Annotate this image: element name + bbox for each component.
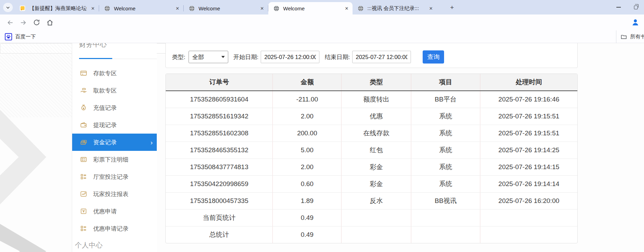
tab-welcome-active[interactable]: Welcome ✕ (268, 2, 353, 14)
sidebar-item-deposit-zone[interactable]: 存款专区 (72, 65, 157, 82)
type-select-value: 全部 (192, 53, 204, 61)
col-amount: 金额 (273, 74, 342, 91)
type-label: 类型: (172, 53, 185, 61)
tab-search-button[interactable] (3, 3, 13, 12)
forward-button[interactable] (19, 18, 27, 27)
globe-icon (357, 4, 364, 12)
table-row-total-summary: 总统计0.49 (166, 226, 577, 243)
section-finance-title: 财务中心 (79, 43, 107, 49)
profile-avatar[interactable] (631, 18, 640, 26)
query-button[interactable]: 查询 (423, 50, 444, 64)
col-order-no: 订单号 (166, 74, 273, 91)
page-content: 财务中心 存款专区 取款专区 (0, 43, 644, 252)
table-row: 17535285516193422.00优惠系统2025-07-26 19:15… (166, 108, 577, 125)
all-bookmarks-label: 所有书签 (630, 33, 644, 40)
chart-report-icon (80, 190, 87, 198)
section-active-underline (79, 58, 112, 59)
browser-window: 【新提醒】海燕策略论坛综合交 ✕ Welcome ✕ Welcome ✕ (0, 0, 644, 252)
end-date-input[interactable] (352, 51, 411, 63)
folder-icon (621, 33, 627, 40)
globe-icon (188, 4, 195, 12)
bookmarks-bar: 百度一下 所有书签 (0, 30, 644, 43)
type-select[interactable]: 全部 (189, 51, 228, 63)
globe-icon (272, 4, 280, 12)
close-icon[interactable]: ✕ (90, 5, 96, 11)
table-row-page-summary: 当前页统计0.49 (166, 209, 577, 226)
all-bookmarks-button[interactable]: 所有书签 (616, 30, 644, 43)
col-process-time: 处理时间 (480, 74, 577, 91)
tab-strip: 【新提醒】海燕策略论坛综合交 ✕ Welcome ✕ Welcome ✕ (0, 0, 644, 14)
table-row: 17535042209986590.60彩金系统2025-07-26 19:14… (166, 175, 577, 192)
start-date-label: 开始日期: (233, 53, 259, 61)
sidebar-item-hall-bet-records[interactable]: 厅室投注记录 (72, 168, 157, 185)
table-row: 17535284653551325.00红包系统2025-07-26 19:14… (166, 142, 577, 158)
chevron-right-icon: › (151, 139, 153, 146)
funds-records-panel: 订单号 金额 类型 项目 处理时间 1753528605931604-211.0… (165, 74, 578, 243)
deposit-card-icon (80, 69, 87, 77)
bookmark-baidu[interactable]: 百度一下 (0, 33, 39, 40)
user-center-sidebar: 财务中心 存款专区 取款专区 (72, 43, 157, 252)
start-date-input[interactable] (261, 51, 319, 63)
sidebar-item-withdraw-zone[interactable]: 取款专区 (72, 82, 157, 99)
tab-forum[interactable]: 【新提醒】海燕策略论坛综合交 ✕ (15, 2, 99, 14)
sidebar-item-player-bet-report[interactable]: 玩家投注报表 (72, 185, 157, 203)
sidebar-item-recharge-records[interactable]: 充值记录 (72, 99, 157, 116)
funds-records-table: 订单号 金额 类型 项目 处理时间 1753528605931604-211.0… (166, 74, 577, 243)
reload-button[interactable] (32, 18, 41, 27)
sidebar-item-lottery-bet-details[interactable]: 彩票下注明细 (72, 151, 157, 168)
tab-title: Welcome (199, 6, 256, 11)
banknotes-icon (80, 138, 87, 146)
forum-yellow-icon (19, 4, 26, 12)
tab-title: 【新提醒】海燕策略论坛综合交 (29, 5, 87, 12)
tab-title: :::视讯 会员下注纪录::: (367, 5, 425, 12)
tab-title: Welcome (114, 6, 171, 11)
section-personal-title: 个人中心 (75, 241, 103, 250)
sidebar-item-withdrawal-records[interactable]: 提现记录 (72, 116, 157, 134)
globe-icon (103, 4, 111, 12)
table-row: 17535084377748132.00彩金系统2025-07-26 19:14… (166, 158, 577, 175)
end-date-label: 结束日期: (325, 53, 350, 61)
list-doc-icon (80, 156, 87, 163)
close-icon[interactable]: ✕ (428, 5, 434, 11)
tab-welcome-1[interactable]: Welcome ✕ (99, 2, 183, 14)
bookmark-label: 百度一下 (15, 33, 36, 40)
back-button[interactable] (6, 18, 14, 27)
tab-title: Welcome (283, 6, 340, 11)
table-row: 17535180004573351.89反水BB视讯2025-07-26 16:… (166, 192, 577, 209)
wallet-icon (80, 121, 87, 129)
table-row: 1753528551602308200.00在线存款系统2025-07-26 1… (166, 125, 577, 142)
table-header-row: 订单号 金额 类型 项目 处理时间 (166, 74, 577, 91)
sidebar-item-promo-application[interactable]: 优惠申请 (72, 203, 157, 220)
browser-toolbar: js13.cc/hhcp/usercenter.html?iniType=6 (0, 14, 644, 30)
list-check-icon (80, 173, 87, 181)
select-arrow-icon (221, 56, 225, 58)
home-button[interactable] (46, 18, 54, 27)
withdraw-hand-icon (80, 87, 87, 94)
chevron-down-icon (6, 6, 10, 10)
close-icon[interactable]: ✕ (344, 5, 350, 11)
window-minimize-button[interactable] (616, 7, 621, 8)
col-project: 项目 (411, 74, 480, 91)
close-icon[interactable]: ✕ (174, 5, 181, 11)
tab-video-records[interactable]: :::视讯 会员下注纪录::: ✕ (353, 2, 437, 14)
sidebar-item-promo-application-records[interactable]: 优惠申请记录 (72, 220, 157, 237)
new-tab-button[interactable]: + (448, 3, 456, 12)
close-icon[interactable]: ✕ (259, 5, 265, 11)
baidu-paw-icon (5, 33, 12, 40)
filter-panel: 类型: 全部 开始日期: 结束日期: 查询 (165, 43, 578, 68)
table-row: 1753528605931604-211.00额度转出BB平台2025-07-2… (166, 91, 577, 108)
sidebar-item-funds-records[interactable]: 资金记录 › (72, 134, 157, 151)
window-restore-button[interactable] (634, 6, 638, 9)
money-bag-icon (80, 104, 87, 112)
list-records-icon (80, 225, 87, 232)
tab-welcome-2[interactable]: Welcome ✕ (184, 2, 268, 14)
gift-ticket-icon (80, 207, 87, 215)
col-type: 类型 (342, 74, 411, 91)
